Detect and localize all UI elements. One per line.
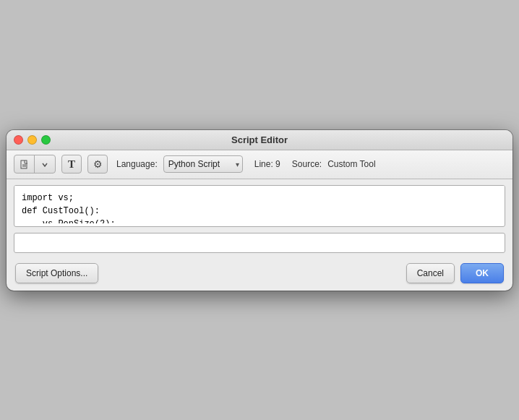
minimize-button[interactable]: [27, 135, 37, 145]
chevron-down-icon: [40, 161, 49, 168]
language-label: Language:: [116, 159, 158, 169]
close-button[interactable]: [14, 135, 23, 145]
open-script-button[interactable]: [35, 155, 55, 173]
right-buttons: Cancel OK: [406, 263, 504, 283]
new-script-button[interactable]: [14, 155, 35, 173]
script-editor-window: Script Editor T ⚙ Lang: [7, 130, 512, 291]
document-icon: [20, 160, 30, 170]
cancel-button[interactable]: Cancel: [406, 263, 455, 283]
window-title: Script Editor: [231, 134, 288, 145]
button-bar: Script Options... Cancel OK: [7, 259, 512, 291]
language-select[interactable]: Python Script VectorScript: [163, 155, 243, 173]
maximize-button[interactable]: [41, 135, 51, 145]
script-options-button[interactable]: Script Options...: [15, 263, 98, 283]
title-bar-buttons: [14, 135, 51, 145]
line-value: 9: [275, 159, 280, 169]
editor-container: [14, 185, 505, 227]
source-label: Source:: [292, 159, 322, 169]
toolbar: T ⚙ Language: Python Script VectorScript…: [7, 150, 512, 179]
status-bar: [14, 233, 505, 253]
line-label: Line:: [254, 159, 273, 169]
settings-button[interactable]: ⚙: [87, 155, 108, 173]
language-select-wrapper: Python Script VectorScript: [163, 155, 243, 173]
ok-button[interactable]: OK: [460, 263, 504, 283]
gear-icon: ⚙: [93, 158, 103, 170]
source-value: Custom Tool: [327, 159, 375, 169]
text-button[interactable]: T: [61, 155, 82, 173]
title-bar: Script Editor: [7, 130, 512, 150]
line-info: Line: 9: [254, 159, 280, 169]
code-editor[interactable]: [14, 186, 505, 223]
toolbar-button-group: [14, 155, 56, 173]
